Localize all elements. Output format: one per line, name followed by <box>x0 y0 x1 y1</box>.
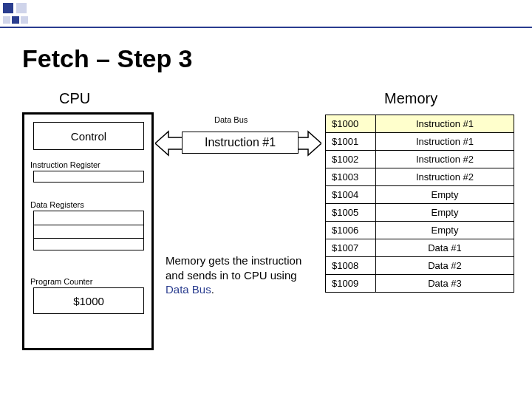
memory-row: $1007Data #1 <box>326 239 514 257</box>
memory-address: $1000 <box>326 115 376 133</box>
slide-rule <box>0 27 532 28</box>
data-bus-label: Data Bus <box>214 115 248 124</box>
memory-value: Empty <box>376 204 514 222</box>
memory-value: Instruction #1 <box>376 115 514 133</box>
memory-row: $1006Empty <box>326 222 514 239</box>
memory-value: Instruction #2 <box>376 168 514 186</box>
step-caption: Memory gets the instruction and sends in… <box>166 253 313 297</box>
caption-tail: . <box>211 283 214 296</box>
memory-address: $1007 <box>326 239 376 257</box>
memory-address: $1006 <box>326 222 376 239</box>
memory-value: Instruction #1 <box>376 133 514 151</box>
memory-value: Empty <box>376 222 514 239</box>
program-counter-label: Program Counter <box>30 277 92 286</box>
cpu-box: Control Instruction Register Data Regist… <box>22 112 154 350</box>
memory-address: $1008 <box>326 257 376 275</box>
cpu-heading: CPU <box>59 90 90 107</box>
memory-row: $1005Empty <box>326 204 514 222</box>
caption-text: Memory gets the instruction and sends in… <box>166 254 301 282</box>
data-registers-label: Data Registers <box>30 200 84 209</box>
memory-value: Data #3 <box>376 275 514 293</box>
memory-row: $1000Instruction #1 <box>326 115 514 133</box>
instruction-register <box>33 171 144 183</box>
memory-row: $1004Empty <box>326 186 514 204</box>
data-registers <box>33 211 144 250</box>
memory-row: $1003Instruction #2 <box>326 168 514 186</box>
program-counter: $1000 <box>33 287 144 314</box>
memory-address: $1009 <box>326 275 376 293</box>
memory-heading: Memory <box>384 90 437 107</box>
slide-corner-decoration <box>0 0 74 30</box>
control-unit: Control <box>33 122 144 150</box>
memory-value: Data #2 <box>376 257 514 275</box>
memory-address: $1004 <box>326 186 376 204</box>
page-title: Fetch – Step 3 <box>22 44 193 73</box>
memory-address: $1005 <box>326 204 376 222</box>
memory-row: $1001Instruction #1 <box>326 133 514 151</box>
memory-address: $1003 <box>326 168 376 186</box>
instruction-register-label: Instruction Register <box>30 160 100 169</box>
caption-keyword: Data Bus <box>166 283 211 296</box>
memory-value: Empty <box>376 186 514 204</box>
memory-value: Data #1 <box>376 239 514 257</box>
data-bus-payload: Instruction #1 <box>182 132 299 154</box>
memory-row: $1002Instruction #2 <box>326 151 514 168</box>
memory-address: $1002 <box>326 151 376 168</box>
memory-address: $1001 <box>326 133 376 151</box>
memory-row: $1009Data #3 <box>326 275 514 293</box>
memory-table: $1000Instruction #1$1001Instruction #1$1… <box>325 115 514 293</box>
memory-value: Instruction #2 <box>376 151 514 168</box>
memory-row: $1008Data #2 <box>326 257 514 275</box>
